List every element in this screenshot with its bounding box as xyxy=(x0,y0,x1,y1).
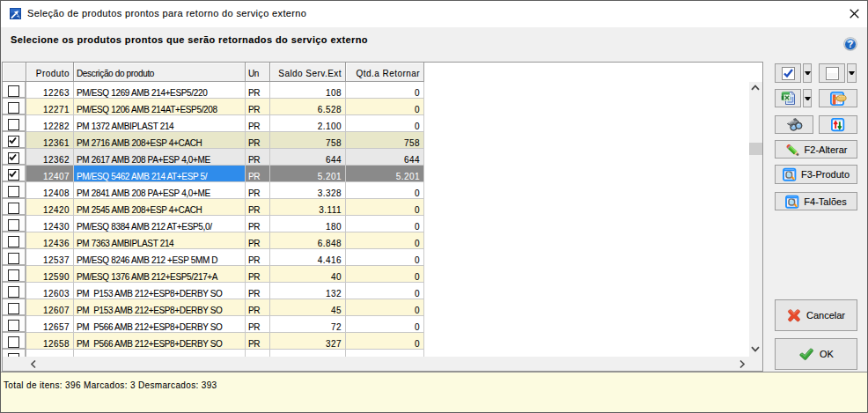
svg-text:?: ? xyxy=(848,39,853,49)
